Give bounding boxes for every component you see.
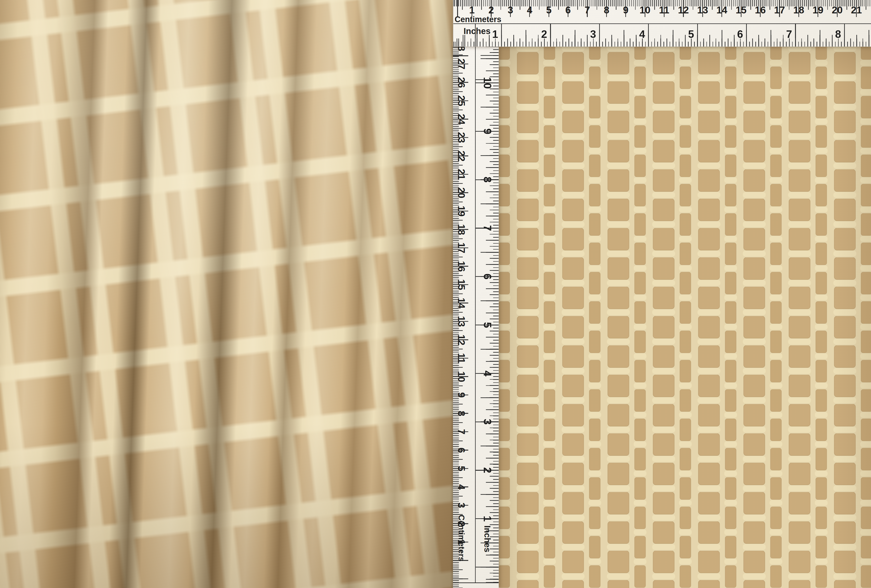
- vertical-sixteenth-inch-ticks: [493, 46, 499, 582]
- swatch-shading: [499, 46, 871, 588]
- horizontal-inch-number: 6: [737, 29, 743, 40]
- horizontal-cm-number: 12: [678, 5, 689, 15]
- vertical-cm-number: 24: [456, 114, 466, 124]
- vertical-cm-number: 26: [456, 77, 466, 88]
- vertical-cm-number: 28: [456, 46, 466, 51]
- horizontal-inches-label: Inches: [464, 27, 491, 35]
- vertical-centimeters-label: Centimeters: [457, 515, 465, 561]
- vertical-cm-number: 21: [456, 169, 466, 180]
- vertical-cm-number: 27: [456, 58, 466, 69]
- horizontal-inch-number: 7: [786, 29, 792, 40]
- horizontal-cm-number: 19: [813, 5, 823, 15]
- horizontal-inch-number: 8: [835, 29, 841, 40]
- vertical-cm-number: 16: [456, 261, 466, 272]
- horizontal-cm-number: 10: [639, 5, 650, 15]
- horizontal-cm-number: 11: [659, 5, 669, 15]
- horizontal-cm-number: 2: [488, 5, 494, 15]
- fabric-with-rulers-photo: 1234567891011121314151617181920212223242…: [0, 0, 871, 588]
- horizontal-inch-number: 2: [541, 29, 547, 40]
- vertical-cm-number: 22: [456, 151, 466, 162]
- vertical-cm-number: 20: [456, 187, 466, 198]
- vertical-cm-number: 13: [456, 316, 466, 327]
- horizontal-cm-number: 21: [851, 5, 862, 15]
- horizontal-cm-number: 8: [604, 5, 609, 15]
- horizontal-cm-number: 4: [527, 5, 533, 15]
- vertical-ruler: 1234567891011121314151617181920212223242…: [453, 46, 499, 588]
- vertical-cm-number: 11: [456, 353, 466, 364]
- horizontal-inch-number: 5: [688, 29, 694, 40]
- vertical-inch-number: 7: [482, 225, 493, 231]
- vertical-cm-number: 9: [456, 392, 466, 398]
- horizontal-inch-number: 1: [492, 29, 498, 40]
- horizontal-cm-number: 18: [793, 5, 804, 15]
- horizontal-cm-number: 3: [507, 5, 513, 15]
- vertical-cm-number: 8: [456, 411, 466, 416]
- flat-fabric-panel: [499, 46, 871, 588]
- horizontal-inch-number: 3: [590, 29, 596, 40]
- draped-fabric-panel: [0, 0, 453, 588]
- vertical-ruler-end-line: [453, 582, 499, 583]
- vertical-cm-number: 6: [456, 447, 466, 453]
- horizontal-ruler: Centimeters Inches 123456789101112131415…: [453, 0, 871, 47]
- vertical-cm-number: 15: [456, 279, 466, 290]
- vertical-cm-number: 5: [456, 466, 466, 471]
- vertical-inch-number: 2: [482, 467, 493, 473]
- horizontal-sixteenth-inch-ticks: [453, 42, 871, 46]
- horizontal-cm-number: 17: [774, 5, 785, 15]
- vertical-cm-number: 25: [456, 95, 466, 106]
- vertical-inch-number: 8: [482, 177, 493, 183]
- vertical-inch-number: 4: [482, 371, 493, 377]
- vertical-inch-number: 5: [482, 322, 493, 328]
- horizontal-inch-number: 4: [639, 29, 645, 40]
- horizontal-cm-number: 5: [546, 5, 552, 15]
- horizontal-cm-number: 9: [623, 5, 629, 15]
- horizontal-cm-number: 13: [697, 5, 708, 15]
- horizontal-cm-number: 15: [736, 5, 747, 15]
- horizontal-cm-number: 1: [469, 5, 475, 15]
- vertical-cm-number: 23: [456, 132, 466, 143]
- horizontal-cm-number: 16: [755, 5, 766, 15]
- vertical-cm-number: 19: [456, 206, 466, 216]
- vertical-inches-label: Inches: [483, 525, 492, 552]
- vertical-cm-number: 17: [456, 242, 466, 253]
- vertical-inch-number: 9: [482, 129, 493, 134]
- horizontal-cm-number: 14: [717, 5, 727, 15]
- vertical-cm-number: 18: [456, 224, 466, 235]
- vertical-cm-number: 7: [456, 429, 466, 434]
- horizontal-cm-number: 6: [566, 5, 571, 15]
- knit-grain-texture: [0, 0, 453, 588]
- horizontal-centimeters-label: Centimeters: [455, 15, 501, 23]
- vertical-cm-number: 4: [456, 484, 466, 490]
- vertical-cm-number: 3: [456, 503, 466, 508]
- vertical-inch-number: 10: [482, 77, 493, 89]
- horizontal-cm-number: 20: [832, 5, 843, 15]
- vertical-cm-number: 12: [456, 334, 466, 345]
- horizontal-cm-number: 7: [585, 5, 590, 15]
- vertical-inch-number: 3: [482, 419, 493, 425]
- vertical-inch-number: 1: [482, 516, 493, 522]
- vertical-cm-number: 14: [456, 298, 466, 308]
- vertical-inch-number: 6: [482, 274, 493, 280]
- vertical-cm-number: 10: [456, 371, 466, 382]
